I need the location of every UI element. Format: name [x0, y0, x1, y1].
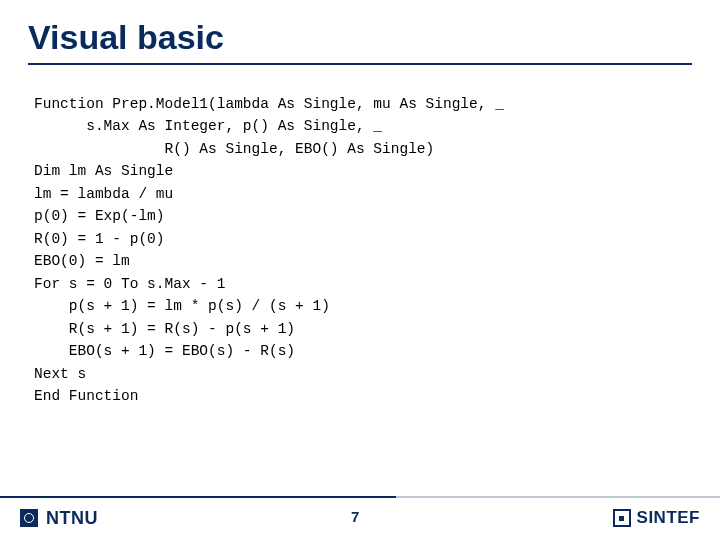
sintef-icon [613, 509, 631, 527]
page-number: 7 [351, 510, 360, 527]
page-title: Visual basic [28, 18, 692, 57]
code-block: Function Prep.Model1(lambda As Single, m… [34, 93, 686, 408]
ntnu-logo-text: NTNU [46, 508, 98, 529]
ntnu-logo: NTNU [20, 508, 98, 529]
ntnu-icon [20, 509, 38, 527]
sintef-logo-text: SINTEF [637, 508, 700, 528]
sintef-logo: SINTEF [613, 508, 700, 528]
title-bar: Visual basic [28, 18, 692, 65]
footer: NTNU 7 SINTEF [0, 496, 720, 540]
slide: Visual basic Function Prep.Model1(lambda… [0, 0, 720, 540]
